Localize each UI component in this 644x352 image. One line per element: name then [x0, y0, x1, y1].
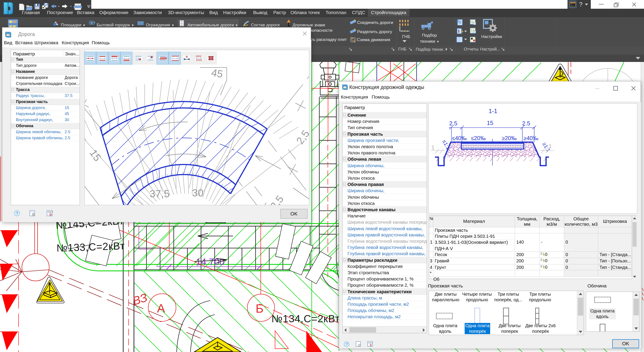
- svg-text:ГОСТ: ГОСТ: [48, 211, 53, 213]
- svg-text:А: А: [157, 302, 165, 315]
- svg-text:15: 15: [88, 147, 104, 163]
- svg-text:Σ: Σ: [540, 258, 542, 262]
- svg-text:ГОСТ: ГОСТ: [368, 342, 373, 344]
- svg-text:45: 45: [210, 67, 224, 80]
- svg-text:15: 15: [487, 120, 493, 126]
- svg-text:30: 30: [192, 187, 204, 199]
- svg-text:№133,С=2кВт: №133,С=2кВт: [56, 240, 125, 254]
- svg-text:1: 1: [548, 143, 552, 149]
- svg-text:2,5: 2,5: [294, 128, 309, 146]
- svg-text:≥20‰: ≥20‰: [502, 135, 517, 141]
- svg-text:?: ?: [579, 1, 582, 8]
- svg-text:?: ?: [346, 343, 348, 346]
- svg-text:1: 1: [458, 29, 460, 33]
- svg-text:2.5: 2.5: [449, 120, 457, 127]
- svg-text:Σ: Σ: [540, 265, 542, 268]
- svg-text:2.5: 2.5: [522, 120, 530, 127]
- svg-text:≤40‰: ≤40‰: [452, 135, 467, 141]
- svg-text:Σ: Σ: [540, 252, 542, 255]
- svg-text:≤20‰: ≤20‰: [471, 135, 486, 141]
- svg-text:n: n: [186, 55, 188, 58]
- svg-text:Б: Б: [256, 302, 264, 315]
- svg-text:≥40‰: ≥40‰: [524, 135, 538, 141]
- svg-text:?: ?: [16, 211, 18, 216]
- svg-text:2,5: 2,5: [268, 193, 286, 205]
- svg-text:№134,С=2кВт: №134,С=2кВт: [272, 313, 340, 325]
- svg-text:1-1: 1-1: [488, 108, 497, 114]
- svg-text:37,5: 37,5: [150, 188, 170, 200]
- svg-text:1: 1: [431, 144, 434, 151]
